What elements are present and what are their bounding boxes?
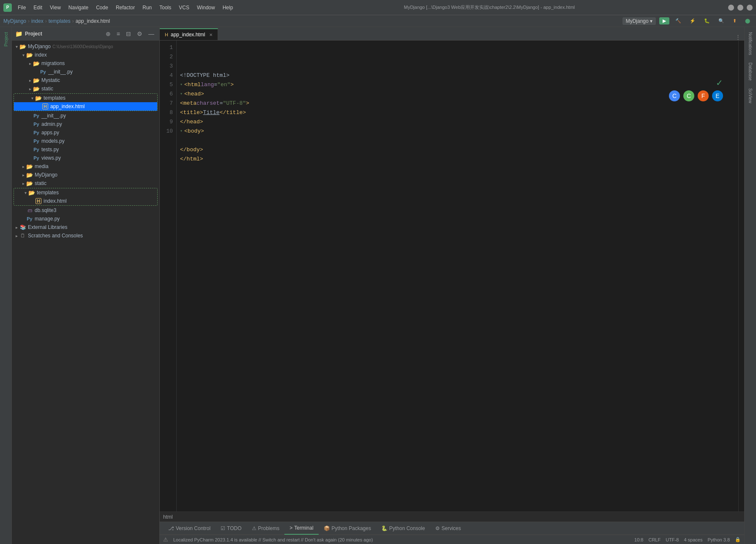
filter-button[interactable]: ⊟ <box>124 30 133 38</box>
breadcrumb-current: app_index.html <box>76 18 110 24</box>
line-number-1: 1 <box>163 43 173 52</box>
tree-item-static[interactable]: ▸📂static <box>12 84 159 93</box>
tree-item-external_libs[interactable]: ▸📚External Libraries <box>12 223 159 231</box>
bottom-tab-label-4: Python Packages <box>332 525 371 531</box>
settings-icon[interactable]: ⬤ <box>742 17 753 24</box>
debug-button[interactable]: 🐛 <box>701 17 712 24</box>
chrome-icon[interactable]: C <box>669 90 680 101</box>
editor-tab-app-index[interactable]: H app_index.html ✕ <box>160 28 218 40</box>
locate-button[interactable]: ⊕ <box>104 30 112 38</box>
left-edge-panel: Project <box>0 27 12 544</box>
bottom-tab-services[interactable]: ⚙ Services <box>430 522 466 535</box>
breadcrumb-templates[interactable]: templates <box>49 18 71 24</box>
bottom-tab-python-packages[interactable]: 📦 Python Packages <box>319 522 376 535</box>
indent-setting[interactable]: 4 spaces <box>684 537 702 542</box>
bottom-tab-label-5: Python Console <box>389 525 425 531</box>
menu-item-code[interactable]: Code <box>93 4 112 11</box>
code-line-8 <box>180 136 735 145</box>
menu-item-navigate[interactable]: Navigate <box>65 4 92 11</box>
tree-item-index[interactable]: ▾📂index <box>12 51 159 59</box>
tree-item-scratches[interactable]: ▸🗒Scratches and Consoles <box>12 231 159 240</box>
line-ending[interactable]: CRLF <box>648 537 660 542</box>
tree-arrow-index: ▾ <box>20 52 26 58</box>
bottom-tab-icon-version-control: ⎇ <box>168 525 174 531</box>
tree-item-tests_py[interactable]: Pytests.py <box>12 145 159 154</box>
menu-item-tools[interactable]: Tools <box>156 4 175 11</box>
tree-icon-init_index: Py <box>33 112 40 119</box>
menu-item-refactor[interactable]: Refactor <box>112 4 138 11</box>
bottom-tab-label-2: Problems <box>258 525 280 531</box>
breadcrumb-mydjango[interactable]: MyDjango <box>3 18 26 24</box>
line-number-9: 9 <box>163 117 173 127</box>
editor-tab-close[interactable]: ✕ <box>209 33 213 37</box>
tree-item-static_root[interactable]: ▸📂static <box>12 179 159 188</box>
tree-arrow-external_libs: ▸ <box>14 224 19 230</box>
dashed-box-templates_index: ▾📂templatesHapp_index.html <box>14 93 158 111</box>
tree-item-views_py[interactable]: Pyviews.py <box>12 154 159 162</box>
coverage-button[interactable]: ⚡ <box>687 17 698 24</box>
menu-item-vcs[interactable]: VCS <box>175 4 193 11</box>
menu-item-file[interactable]: File <box>14 4 29 11</box>
menu-item-window[interactable]: Window <box>194 4 218 11</box>
tree-item-init_index[interactable]: Py__init__.py <box>12 112 159 120</box>
html-file-icon: H <box>165 32 168 37</box>
bottom-tab-icon-todo: ☑ <box>221 525 225 531</box>
python-version[interactable]: Python 3.8 <box>707 537 730 542</box>
code-content[interactable]: <!DOCTYPE html>▾<html lang="en"> ▾<head>… <box>177 41 738 511</box>
tree-item-media[interactable]: ▸📂media <box>12 162 159 171</box>
settings-tree-button[interactable]: ⚙ <box>135 30 144 38</box>
sciview-tab[interactable]: SciView <box>746 85 754 106</box>
tree-item-models_py[interactable]: Pymodels.py <box>12 137 159 145</box>
tree-item-index_html[interactable]: Hindex.html <box>14 197 157 205</box>
minimize-tree-button[interactable]: — <box>147 30 156 38</box>
notifications-tab[interactable]: Notifications <box>746 29 754 58</box>
search-button[interactable]: 🔍 <box>716 17 727 24</box>
edge-icon[interactable]: E <box>712 90 723 101</box>
project-tab[interactable]: Project <box>1 27 11 52</box>
tree-item-migrations[interactable]: ▸📂migrations <box>12 59 159 68</box>
tree-item-admin_py[interactable]: Pyadmin.py <box>12 120 159 128</box>
tree-item-app_index[interactable]: Happ_index.html <box>14 102 157 111</box>
tree-item-manage_py[interactable]: Pymanage.py <box>12 215 159 223</box>
build-button[interactable]: 🔨 <box>673 17 684 24</box>
bottom-tab-terminal[interactable]: > Terminal <box>284 522 318 535</box>
bottom-tab-todo[interactable]: ☑ TODO <box>216 522 246 535</box>
update-button[interactable]: ⬆ <box>730 17 739 24</box>
chromium-icon[interactable]: C <box>683 90 694 101</box>
menu-item-edit[interactable]: Edit <box>30 4 46 11</box>
maximize-button[interactable] <box>737 5 743 11</box>
tree-item-mystatic[interactable]: ▸📂Mystatic <box>12 76 159 84</box>
file-encoding[interactable]: UTF-8 <box>666 537 679 542</box>
tree-item-mydjango_sub[interactable]: ▸📂MyDjango <box>12 171 159 179</box>
cursor-position[interactable]: 10:8 <box>634 537 643 542</box>
tree-arrow-db_sqlite3 <box>20 207 26 213</box>
code-line-3: ▾<head> <box>180 90 735 99</box>
menu-item-view[interactable]: View <box>46 4 64 11</box>
breadcrumb-index[interactable]: index <box>31 18 44 24</box>
tree-label-index: index <box>35 52 47 58</box>
tree-item-templates_index[interactable]: ▾📂templates <box>14 94 157 102</box>
editor-menu-icon[interactable]: ⋮ <box>735 34 741 40</box>
menu-item-help[interactable]: Help <box>219 4 237 11</box>
project-dropdown[interactable]: MyDjango ▾ <box>622 17 656 25</box>
run-button[interactable]: ▶ <box>659 17 669 24</box>
tree-item-templates_root[interactable]: ▾📂templates <box>14 188 157 197</box>
firefox-icon[interactable]: F <box>698 90 709 101</box>
code-editor[interactable]: 12345678910 <!DOCTYPE html>▾<html lang="… <box>160 41 744 511</box>
tree-icon-templates_index: 📂 <box>35 95 42 101</box>
tree-label-init_migrations: __init__.py <box>48 69 73 75</box>
status-bar: ⚠ Localized PyCharm 2023.1.4 is availabl… <box>160 535 744 544</box>
bottom-tab-icon-python-console: 🐍 <box>381 525 388 531</box>
bottom-tab-problems[interactable]: ⚠ Problems <box>247 522 285 535</box>
bottom-tab-version-control[interactable]: ⎇ Version Control <box>163 522 216 535</box>
tree-item-init_migrations[interactable]: Py__init__.py <box>12 68 159 76</box>
tree-item-apps_py[interactable]: Pyapps.py <box>12 128 159 137</box>
collapse-button[interactable]: ≡ <box>115 30 122 38</box>
bottom-tab-python-console[interactable]: 🐍 Python Console <box>376 522 430 535</box>
close-button[interactable] <box>747 5 753 11</box>
tree-item-db_sqlite3[interactable]: 🗃db.sqlite3 <box>12 206 159 215</box>
minimize-button[interactable] <box>728 5 734 11</box>
tree-item-mydjango[interactable]: ▾📂MyDjangoC:\Users\13600\Desktop\Django <box>12 42 159 51</box>
menu-item-run[interactable]: Run <box>139 4 155 11</box>
database-tab[interactable]: Database <box>746 59 754 84</box>
